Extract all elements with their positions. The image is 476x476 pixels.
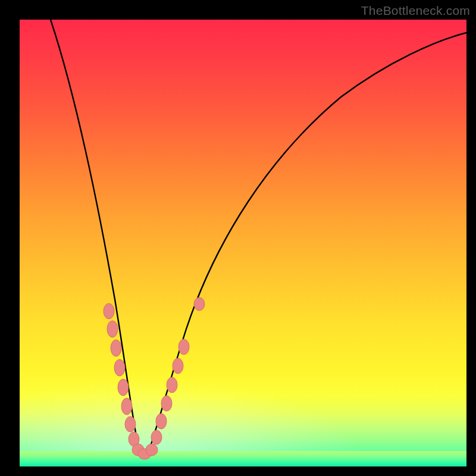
watermark-text: TheBottleneck.com xyxy=(361,4,470,18)
svg-point-5 xyxy=(121,398,132,415)
svg-point-2 xyxy=(111,340,121,356)
svg-point-6 xyxy=(125,416,136,432)
svg-point-4 xyxy=(118,379,129,396)
svg-point-10 xyxy=(146,444,158,456)
svg-point-15 xyxy=(173,358,183,374)
bottleneck-curve-path xyxy=(51,20,466,457)
chart-plot-area xyxy=(20,20,466,466)
svg-point-16 xyxy=(178,339,189,355)
svg-point-17 xyxy=(194,298,205,311)
svg-point-3 xyxy=(114,359,125,376)
svg-point-11 xyxy=(151,430,162,444)
svg-point-13 xyxy=(161,396,172,411)
svg-point-1 xyxy=(107,321,118,337)
svg-point-12 xyxy=(156,414,167,429)
svg-point-14 xyxy=(167,377,177,393)
bottleneck-curve-svg xyxy=(20,20,466,466)
svg-point-0 xyxy=(104,303,114,319)
